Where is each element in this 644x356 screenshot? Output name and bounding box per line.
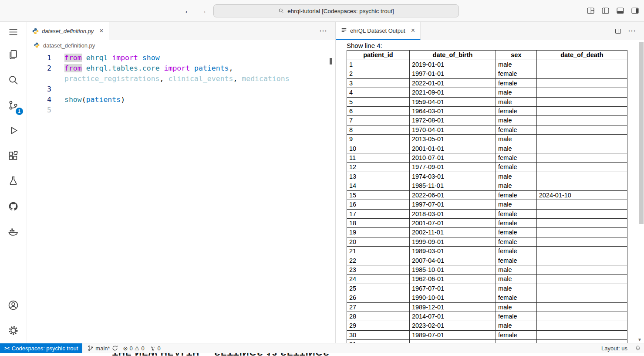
line-text [51, 84, 64, 95]
table-cell: 2013-05-01 [409, 135, 496, 144]
code-token [82, 64, 86, 72]
problems-indicator[interactable]: ⊗ 0 ⚠ 0 [123, 345, 145, 352]
customize-layout-icon[interactable] [586, 6, 595, 15]
table-cell [536, 172, 627, 181]
search-sidebar-icon[interactable] [3, 67, 24, 92]
run-debug-icon[interactable] [3, 118, 24, 143]
table-cell: male [496, 265, 537, 274]
tab-dataset-definition[interactable]: dataset_definition.py × [27, 22, 109, 40]
table-row: 61964-03-01female [347, 107, 627, 116]
table-cell: 4 [347, 88, 410, 97]
code-token: from [64, 64, 82, 72]
table-cell [536, 256, 627, 265]
table-cell: 1972-08-01 [409, 116, 496, 125]
layout-indicator[interactable]: Layout: us [601, 345, 627, 352]
table-cell [536, 293, 627, 302]
settings-gear-icon[interactable] [3, 318, 24, 343]
table-row: 182001-07-01female [347, 218, 627, 227]
remote-icon: >< [4, 346, 9, 351]
forward-arrow-icon[interactable]: → [199, 5, 207, 16]
branch-indicator[interactable]: main* [88, 345, 118, 352]
explorer-icon[interactable] [3, 42, 24, 67]
testing-icon[interactable] [3, 168, 24, 193]
table-cell [536, 228, 627, 237]
table-cell: 1 [347, 60, 410, 69]
code-editor[interactable]: 1from ehrql import show2from ehrql.table… [27, 51, 335, 115]
code-line[interactable]: 4show(patients) [27, 95, 335, 105]
table-row: 241962-06-01male [347, 275, 627, 284]
close-icon[interactable]: × [99, 27, 103, 34]
table-cell: 3 [347, 78, 410, 88]
table-cell [536, 265, 627, 274]
output-heading: Show line 4: [347, 42, 644, 49]
editor-group-right: ehrQL Dataset Output × ⋯ Show line 4: pa… [335, 22, 644, 343]
line-text: from ehrql.tables.core import patients, [51, 63, 233, 74]
tab-ehrql-dataset-output[interactable]: ehrQL Dataset Output × [336, 22, 421, 40]
close-icon[interactable]: × [411, 27, 415, 34]
table-cell: female [496, 163, 537, 172]
table-row: 261990-10-01female [347, 293, 627, 302]
ehrql-output-webview[interactable]: Show line 4: patient_iddate_of_birthsexd… [336, 40, 644, 343]
extensions-icon[interactable] [3, 143, 24, 168]
table-cell [536, 88, 627, 97]
back-arrow-icon[interactable]: ← [184, 5, 192, 16]
toggle-secondary-sidebar-icon[interactable] [631, 6, 640, 15]
docker-remote-icon[interactable] [3, 219, 24, 244]
clipped-text-right: SETTINGS 12 SETTINGS [214, 353, 330, 356]
code-line[interactable]: 3 [27, 84, 335, 95]
table-row: 31 [347, 340, 627, 343]
toggle-panel-icon[interactable] [616, 6, 625, 15]
code-token: ) [121, 95, 125, 104]
more-actions-icon[interactable]: ⋯ [319, 26, 327, 36]
table-cell: female [496, 228, 537, 237]
clipped-background-strip: THE NEW HEALTH SETTINGS 12 SETTINGS [0, 353, 644, 356]
account-icon[interactable] [3, 292, 24, 318]
table-cell: male [496, 181, 537, 190]
code-token: medications [242, 75, 289, 83]
table-cell: 12 [347, 163, 410, 172]
table-cell [536, 330, 627, 339]
scrollbar-thumb[interactable] [639, 42, 644, 224]
table-cell: 2014-07-01 [409, 312, 496, 321]
line-number: 3 [27, 84, 51, 95]
column-header: sex [496, 51, 537, 60]
table-cell: 25 [347, 284, 410, 293]
command-center-search[interactable]: ehrql-tutorial [Codespaces: psychic trou… [213, 4, 459, 17]
split-editor-icon[interactable] [614, 27, 622, 35]
table-cell: 19 [347, 228, 410, 237]
more-actions-icon[interactable]: ⋯ [628, 26, 636, 36]
breadcrumb[interactable]: dataset_definition.py [27, 40, 335, 51]
ports-count: 0 [158, 345, 161, 352]
table-cell: male [496, 88, 537, 97]
table-cell: 1964-03-01 [409, 107, 496, 116]
line-text [51, 105, 64, 115]
table-cell: 16 [347, 200, 410, 209]
code-line[interactable]: 1from ehrql import show [27, 53, 335, 63]
errors-icon: ⊗ [123, 345, 128, 352]
table-cell: 1997-01-01 [409, 69, 496, 78]
scroll-down-icon[interactable]: ▼ [637, 337, 642, 342]
code-line[interactable]: 2from ehrql.tables.core import patients, [27, 63, 335, 74]
code-line[interactable]: practice_registrations, clinical_events,… [27, 74, 335, 84]
github-icon[interactable] [3, 193, 24, 219]
table-cell: 2 [347, 69, 410, 78]
table-header-row: patient_iddate_of_birthsexdate_of_death [347, 51, 627, 60]
table-row: 112010-07-01female [347, 153, 627, 163]
table-cell: 1985-10-01 [409, 265, 496, 274]
menu-icon[interactable] [3, 22, 24, 42]
table-row: 161997-07-01male [347, 200, 627, 209]
table-cell: 2001-07-01 [409, 218, 496, 227]
code-line[interactable]: 5 [27, 105, 335, 115]
branch-label: main* [95, 345, 110, 352]
ports-indicator[interactable]: 0 [150, 345, 161, 352]
table-row: 251967-07-01male [347, 284, 627, 293]
remote-indicator[interactable]: >< Codespaces: psychic trout [0, 343, 82, 353]
branch-icon [88, 345, 94, 351]
toggle-sidebar-icon[interactable] [601, 6, 610, 15]
code-token: from [64, 54, 82, 62]
notifications-bell[interactable] [634, 345, 641, 352]
column-header: patient_id [347, 51, 410, 60]
source-control-icon[interactable]: 1 [3, 92, 24, 118]
table-cell: 27 [347, 302, 410, 312]
remote-label: Codespaces: psychic trout [12, 345, 78, 352]
